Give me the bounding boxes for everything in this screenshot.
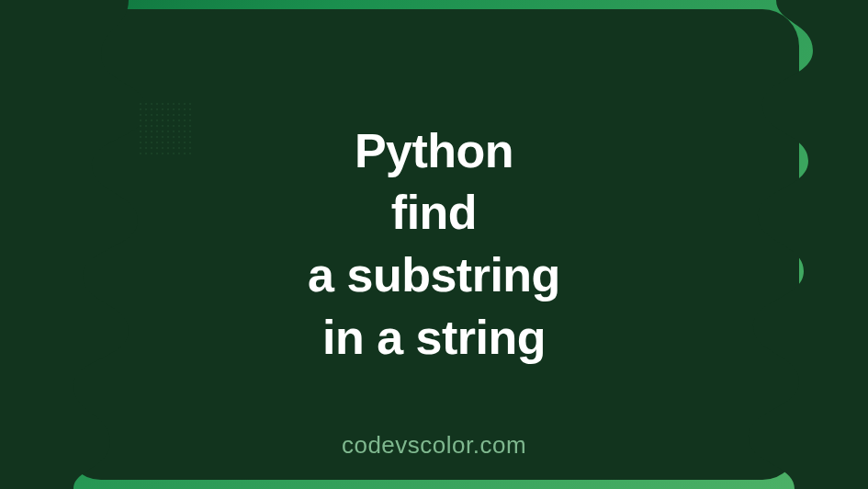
website-watermark: codevscolor.com	[342, 431, 526, 460]
title-line-1: Python	[308, 120, 560, 183]
title-line-3: a substring	[308, 244, 560, 307]
tutorial-banner: Python find a substring in a string code…	[0, 0, 868, 489]
banner-title: Python find a substring in a string	[308, 120, 560, 369]
title-line-4: in a string	[308, 307, 560, 370]
title-line-2: find	[308, 182, 560, 244]
banner-content: Python find a substring in a string	[0, 0, 868, 489]
